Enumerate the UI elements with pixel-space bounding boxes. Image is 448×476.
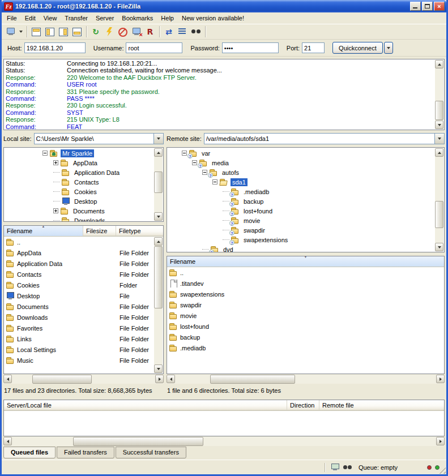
- local-site-dropdown-button[interactable]: [153, 134, 163, 144]
- collapse-icon[interactable]: [182, 151, 187, 156]
- scroll-track[interactable]: [435, 157, 443, 243]
- collapse-icon[interactable]: [192, 160, 197, 165]
- scroll-down-button[interactable]: [435, 243, 443, 251]
- column-header-filetype[interactable]: Filetype: [116, 226, 163, 236]
- site-manager-dropdown-button[interactable]: [18, 25, 24, 38]
- password-input[interactable]: [222, 42, 279, 53]
- tree-item-sda1[interactable]: sda1: [167, 177, 435, 187]
- toggle-transfer-queue-button[interactable]: [70, 25, 84, 38]
- find-files-button[interactable]: [189, 25, 203, 38]
- column-header-server-local-file[interactable]: Server/Local file: [4, 400, 287, 410]
- tree-item-application-data[interactable]: Application Data: [4, 168, 154, 177]
- tree-item-appdata[interactable]: AppData: [4, 158, 154, 168]
- scroll-down-button[interactable]: [154, 212, 163, 221]
- tree-item-lost-found[interactable]: ?lost+found: [167, 206, 435, 216]
- scroll-thumb[interactable]: [435, 201, 443, 228]
- scroll-track[interactable]: [435, 68, 443, 121]
- menu-item-view[interactable]: View: [40, 13, 61, 23]
- file-row-backup[interactable]: backup: [167, 332, 444, 342]
- scroll-up-button[interactable]: [154, 237, 163, 246]
- tab-failed-transfers[interactable]: Failed transfers: [57, 447, 114, 458]
- title-bar[interactable]: Fz 192.168.1.20 - root@192.168.1.20 - Fi…: [2, 0, 446, 12]
- column-header-remote-file[interactable]: Remote file: [319, 400, 444, 410]
- refresh-button[interactable]: ↻: [89, 25, 103, 38]
- file-row-application-data[interactable]: Application DataFile Folder: [4, 258, 155, 269]
- scroll-left-button[interactable]: [3, 437, 12, 445]
- remote-horizontal-scrollbar[interactable]: [167, 375, 445, 384]
- toggle-remote-tree-button[interactable]: [57, 25, 70, 38]
- file-row-contacts[interactable]: ContactsFile Folder: [4, 269, 155, 280]
- tree-item-documents[interactable]: Documents: [4, 206, 154, 216]
- scroll-down-button[interactable]: [435, 121, 443, 129]
- file-row-cookies[interactable]: CookiesFolder: [4, 280, 155, 290]
- remote-site-combobox[interactable]: /var/media/autofs/sda1: [204, 133, 445, 144]
- tree-item-movie[interactable]: ?movie: [167, 216, 435, 225]
- scroll-right-button[interactable]: [155, 375, 164, 383]
- scroll-up-button[interactable]: [154, 148, 163, 157]
- queue-horizontal-scrollbar[interactable]: [3, 437, 445, 446]
- quickconnect-dropdown-button[interactable]: [384, 42, 393, 54]
- tree-item-cookies[interactable]: Cookies: [4, 187, 154, 196]
- scroll-track[interactable]: [154, 246, 163, 364]
- scroll-down-button[interactable]: [154, 364, 163, 373]
- menu-item-help[interactable]: Help: [157, 13, 178, 23]
- disconnect-button[interactable]: ×: [130, 25, 143, 38]
- maximize-button[interactable]: [422, 2, 433, 11]
- file-row-[interactable]: ..: [167, 267, 444, 278]
- file-row-local-settings[interactable]: Local SettingsFile Folder: [4, 344, 155, 355]
- column-header-filename[interactable]: Filename▼: [167, 256, 444, 267]
- tree-item-desktop[interactable]: Desktop: [4, 196, 154, 206]
- username-input[interactable]: [126, 42, 182, 53]
- toggle-message-log-button[interactable]: [29, 25, 43, 38]
- directory-comparison-button[interactable]: ⇄: [162, 25, 176, 38]
- scroll-up-button[interactable]: [435, 148, 443, 157]
- tree-item-mediadb[interactable]: ?.mediadb: [167, 187, 435, 196]
- log-vertical-scrollbar[interactable]: [435, 60, 443, 129]
- menu-item-file[interactable]: File: [3, 13, 21, 23]
- cancel-button[interactable]: [116, 25, 130, 38]
- tree-item-swapextensions[interactable]: ?swapextensions: [167, 235, 435, 245]
- collapse-icon[interactable]: [202, 170, 207, 175]
- process-queue-button[interactable]: [103, 25, 116, 38]
- toggle-local-tree-button[interactable]: [43, 25, 57, 38]
- file-row-downloads[interactable]: DownloadsFile Folder: [4, 312, 155, 323]
- scroll-right-button[interactable]: [436, 437, 445, 445]
- synchronized-browsing-button[interactable]: [176, 25, 189, 38]
- menu-item-edit[interactable]: Edit: [21, 13, 40, 23]
- expand-icon[interactable]: [53, 208, 58, 213]
- scroll-up-button[interactable]: [435, 60, 443, 68]
- local-tree-vertical-scrollbar[interactable]: [154, 148, 163, 221]
- column-header-direction[interactable]: Direction: [287, 400, 319, 410]
- tree-item-contacts[interactable]: Contacts: [4, 177, 154, 187]
- scroll-left-button[interactable]: [167, 375, 175, 383]
- scroll-thumb[interactable]: [154, 246, 163, 308]
- tree-item-dvd[interactable]: ?dvd: [167, 245, 435, 252]
- file-row-documents[interactable]: DocumentsFile Folder: [4, 301, 155, 312]
- column-header-filesize[interactable]: Filesize: [83, 226, 116, 236]
- host-input[interactable]: [24, 42, 86, 53]
- tree-item-backup[interactable]: ?backup: [167, 196, 435, 206]
- tree-item-downloads[interactable]: Downloads: [4, 216, 154, 221]
- menu-item-server[interactable]: Server: [92, 13, 118, 23]
- tree-item-media[interactable]: ?media: [167, 158, 435, 168]
- collapse-icon[interactable]: [42, 151, 48, 156]
- file-row-lost-found[interactable]: lost+found: [167, 321, 444, 332]
- scroll-track[interactable]: [154, 157, 163, 212]
- scroll-thumb[interactable]: [210, 375, 295, 384]
- scroll-right-button[interactable]: [436, 375, 445, 383]
- local-site-combobox[interactable]: C:\Users\Mr Sparkle\: [34, 133, 164, 144]
- file-row-appdata[interactable]: AppDataFile Folder: [4, 247, 155, 258]
- file-row-movie[interactable]: movie: [167, 310, 444, 321]
- tree-item-var[interactable]: ?var: [167, 148, 435, 158]
- tab-successful-transfers[interactable]: Successful transfers: [116, 447, 186, 458]
- tree-item-mr-sparkle[interactable]: Mr Sparkle: [4, 148, 154, 158]
- expand-icon[interactable]: [53, 160, 58, 165]
- file-row-[interactable]: ..: [4, 237, 155, 247]
- remote-site-dropdown-button[interactable]: [434, 134, 444, 144]
- column-header-filename[interactable]: Filename▲: [4, 226, 83, 236]
- menu-item-bookmarks[interactable]: Bookmarks: [118, 13, 157, 23]
- tab-queued-files[interactable]: Queued files: [3, 447, 56, 458]
- scroll-thumb[interactable]: [32, 375, 92, 384]
- file-row-music[interactable]: MusicFile Folder: [4, 355, 155, 366]
- local-list-vertical-scrollbar[interactable]: [154, 237, 163, 373]
